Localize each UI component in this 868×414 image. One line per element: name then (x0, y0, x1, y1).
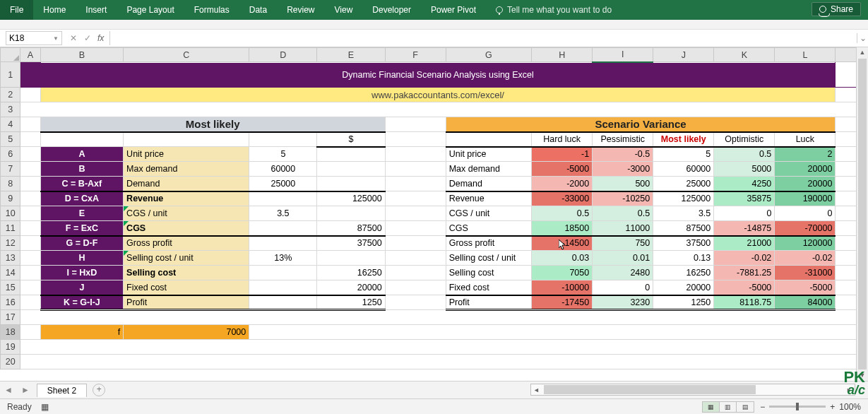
col-header-a[interactable]: A (20, 48, 40, 62)
scenario-value[interactable]: 4250 (714, 177, 775, 191)
cell[interactable] (317, 147, 385, 162)
cell[interactable] (317, 251, 385, 266)
page-layout-view-button[interactable]: ▥ (720, 402, 737, 412)
cell[interactable] (249, 191, 317, 206)
cell[interactable] (385, 191, 446, 206)
scenario-value[interactable]: -3000 (593, 162, 653, 177)
cell[interactable] (20, 236, 40, 251)
row-header[interactable]: 15 (1, 280, 20, 295)
col-header-j[interactable]: J (653, 48, 714, 62)
cell[interactable] (317, 162, 385, 177)
input-value[interactable]: 1250 (317, 295, 385, 310)
input-value[interactable]: 60000 (249, 162, 317, 177)
cell[interactable] (20, 280, 40, 295)
cell[interactable] (249, 221, 317, 236)
scenario-value[interactable]: -14500 (532, 236, 593, 251)
scenario-value[interactable]: 20000 (775, 177, 836, 191)
formula-label[interactable]: C = B-Axf (40, 177, 123, 191)
formula-label[interactable]: D = CxA (40, 191, 123, 206)
scenario-value[interactable]: 0.5 (714, 147, 775, 162)
scenario-value[interactable]: 2 (775, 147, 836, 162)
macro-record-icon[interactable]: ▦ (41, 402, 49, 412)
scenario-row-label[interactable]: Max demand (446, 162, 531, 177)
cell[interactable] (249, 295, 317, 310)
input-value[interactable]: 5 (249, 147, 317, 162)
row-header[interactable]: 7 (1, 162, 20, 177)
row-header[interactable]: 17 (1, 310, 20, 325)
scenario-value[interactable]: -2000 (532, 177, 593, 191)
scroll-left-icon[interactable]: ◄ (531, 386, 542, 394)
cell[interactable] (249, 132, 317, 147)
scenario-value[interactable]: -70000 (775, 221, 836, 236)
fx-label[interactable]: fx (95, 33, 107, 43)
tab-data[interactable]: Data (239, 0, 277, 20)
cell[interactable] (20, 88, 40, 102)
scenario-value[interactable]: 16250 (653, 266, 714, 280)
cell[interactable] (20, 132, 40, 147)
tab-power-pivot[interactable]: Power Pivot (421, 0, 486, 20)
cell[interactable] (20, 266, 40, 280)
scenario-row-label[interactable]: Unit price (446, 147, 531, 162)
sheet-tab-active[interactable]: Sheet 2 (37, 384, 87, 397)
metric-label[interactable]: CGS / unit (124, 206, 249, 221)
cell[interactable] (249, 266, 317, 280)
row-header[interactable]: 16 (1, 295, 20, 310)
scenario-value[interactable]: 20000 (653, 280, 714, 295)
scenario-value[interactable]: 35875 (714, 191, 775, 206)
cell[interactable] (20, 310, 868, 325)
row-header[interactable]: 2 (1, 88, 20, 102)
row-header[interactable]: 1 (1, 62, 20, 88)
input-value[interactable]: 3.5 (249, 206, 317, 221)
cell[interactable] (385, 295, 446, 310)
scenario-row-label[interactable]: Gross profit (446, 236, 531, 251)
select-all-corner[interactable] (1, 48, 20, 62)
formula-label[interactable]: J (40, 280, 123, 295)
scenario-value[interactable]: 20000 (775, 162, 836, 177)
document-url[interactable]: www.pakaccountants.com/excel/ (40, 88, 836, 102)
tab-insert[interactable]: Insert (76, 0, 117, 20)
cell[interactable] (385, 162, 446, 177)
scenario-col-luck[interactable]: Luck (775, 132, 836, 147)
scenario-col-mostlikely[interactable]: Most likely (653, 132, 714, 147)
scenario-value[interactable]: 21000 (714, 236, 775, 251)
metric-label[interactable]: Gross profit (124, 236, 249, 251)
scenario-value[interactable]: 5 (653, 147, 714, 162)
col-header-g[interactable]: G (446, 48, 531, 62)
col-header-b[interactable]: B (40, 48, 123, 62)
cell[interactable] (124, 132, 249, 147)
cell[interactable] (385, 221, 446, 236)
row-header[interactable]: 9 (1, 191, 20, 206)
row-header[interactable]: 19 (1, 340, 20, 355)
scenario-value[interactable]: 37500 (653, 236, 714, 251)
scrollbar-thumb[interactable] (544, 385, 756, 394)
cell[interactable] (317, 206, 385, 221)
scenario-value[interactable]: 84000 (775, 295, 836, 310)
metric-label[interactable]: Unit price (124, 147, 249, 162)
cell[interactable] (20, 102, 868, 117)
cell[interactable] (385, 266, 446, 280)
vertical-scrollbar[interactable]: ▲ ▼ (856, 47, 868, 381)
zoom-in-button[interactable]: + (830, 402, 835, 412)
cell[interactable] (20, 325, 40, 340)
input-value[interactable]: 16250 (317, 266, 385, 280)
cell[interactable] (20, 191, 40, 206)
cell[interactable] (317, 177, 385, 191)
cell[interactable] (249, 325, 868, 340)
scenario-value[interactable]: -31000 (775, 266, 836, 280)
cell[interactable] (20, 147, 40, 162)
scenario-value[interactable]: 0 (593, 280, 653, 295)
input-value[interactable]: 125000 (317, 191, 385, 206)
cell[interactable] (385, 117, 446, 132)
cell[interactable] (20, 117, 40, 132)
input-value[interactable]: 87500 (317, 221, 385, 236)
col-header-e[interactable]: E (317, 48, 385, 62)
scenario-value[interactable]: 500 (593, 177, 653, 191)
cell[interactable] (20, 177, 40, 191)
scenario-value[interactable]: -7881.25 (714, 266, 775, 280)
f-value[interactable]: 7000 (124, 325, 249, 340)
row-header[interactable]: 20 (1, 355, 20, 369)
scenario-row-label[interactable]: Demand (446, 177, 531, 191)
scenario-value[interactable]: -0.02 (775, 251, 836, 266)
row-header[interactable]: 11 (1, 221, 20, 236)
scenario-value[interactable]: -10250 (593, 191, 653, 206)
